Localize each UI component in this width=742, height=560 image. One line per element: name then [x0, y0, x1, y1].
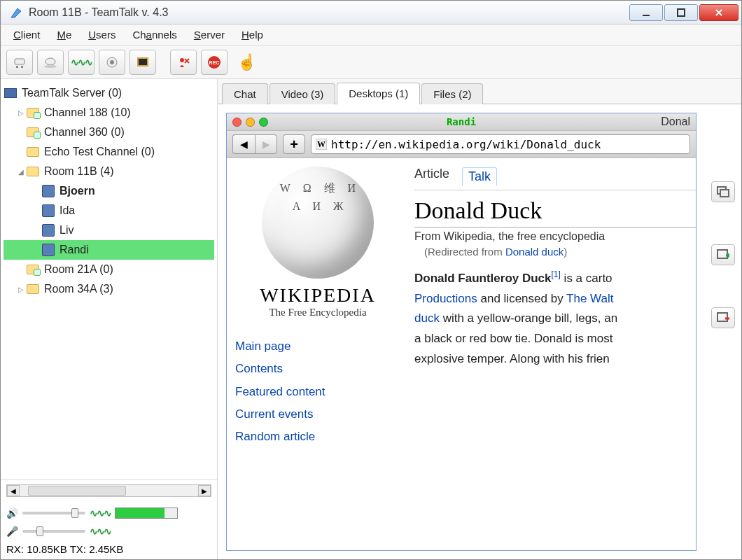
- wiki-article: Article Talk Donald Duck From Wikipedia,…: [409, 158, 696, 550]
- browser-forward-button[interactable]: ▶: [255, 134, 277, 154]
- wave-icon: ∿∿∿: [90, 507, 111, 519]
- tree-channel[interactable]: Channel 360 (0): [4, 122, 214, 142]
- article-title: Donald Duck: [414, 197, 696, 227]
- wiki-nav-link[interactable]: Main page: [235, 335, 400, 358]
- mac-close-icon[interactable]: [232, 118, 241, 127]
- folder-icon: [26, 126, 40, 139]
- tree-channel-open[interactable]: ◢ Room 11B (4): [4, 162, 214, 181]
- tab-content: Randi Donal ◀ ▶ + W http://en.wikiped: [218, 104, 741, 559]
- user-icon: [41, 244, 55, 256]
- popout-button[interactable]: [711, 181, 735, 202]
- mac-zoom-icon[interactable]: [259, 118, 268, 127]
- wiki-tabs: Article Talk: [414, 167, 696, 190]
- left-panel: TeamTalk Server (0) ▷ Channel 188 (10) C…: [1, 79, 218, 559]
- server-icon: [4, 87, 18, 99]
- browser-add-button[interactable]: +: [283, 134, 305, 154]
- folder-icon: [26, 106, 40, 119]
- tab-desktops[interactable]: Desktops (1): [337, 83, 420, 104]
- mac-minimize-icon[interactable]: [246, 118, 255, 127]
- user-icon: [41, 185, 55, 197]
- svg-rect-15: [718, 250, 727, 258]
- titlebar: Room 11B - TeamTalk v. 4.3: [1, 1, 741, 24]
- browser-url-field[interactable]: W http://en.wikipedia.org/wiki/Donald_du…: [311, 134, 690, 154]
- blackboard-button[interactable]: [130, 50, 156, 75]
- app-icon: [9, 6, 23, 20]
- mic-slider[interactable]: [22, 530, 85, 533]
- webcam-button[interactable]: [37, 50, 64, 75]
- wiki-nav-link[interactable]: Current events: [235, 403, 400, 426]
- tree-user[interactable]: Bjoern: [4, 181, 214, 201]
- svg-rect-14: [720, 190, 729, 197]
- expand-icon[interactable]: ▷: [16, 109, 26, 117]
- tree-channel[interactable]: Echo Test Channel (0): [4, 142, 214, 162]
- wiki-nav-link[interactable]: Featured content: [235, 381, 400, 403]
- wiki-nav-link[interactable]: Contents: [235, 358, 400, 380]
- redirect-link[interactable]: Donald duck: [505, 246, 564, 258]
- menu-help[interactable]: Help: [234, 26, 270, 43]
- scroll-thumb[interactable]: [28, 486, 126, 496]
- volume-slider[interactable]: [22, 512, 85, 514]
- speaker-icon: 🔊: [6, 507, 18, 519]
- wiki-link[interactable]: duck: [414, 312, 440, 325]
- camera-button[interactable]: [99, 50, 125, 75]
- tree-server-root[interactable]: TeamTalk Server (0): [4, 83, 214, 103]
- tab-chat[interactable]: Chat: [222, 83, 268, 104]
- collapse-icon[interactable]: ◢: [16, 168, 26, 176]
- add-desktop-button[interactable]: [711, 244, 735, 265]
- article-redirect: (Redirected from Donald duck): [424, 246, 696, 258]
- shared-desktop-window[interactable]: Randi Donal ◀ ▶ + W http://en.wikiped: [226, 113, 696, 551]
- window-title: Room 11B - TeamTalk v. 4.3: [29, 6, 629, 19]
- svg-point-5: [46, 58, 55, 65]
- desktop-side-buttons: [705, 104, 741, 559]
- tree-channel[interactable]: ▷ Channel 188 (10): [4, 103, 214, 122]
- mic-icon: 🎤: [6, 526, 18, 537]
- svg-point-8: [110, 60, 114, 64]
- left-bottom-controls: ◀ ▶ 🔊 ∿∿∿ 🎤 ∿∿∿ RX: 10.85KB TX: 2.45KB: [1, 479, 217, 559]
- tree-channel[interactable]: Room 21A (0): [4, 260, 214, 279]
- close-button[interactable]: [699, 4, 738, 21]
- pointer-icon[interactable]: ☝️: [237, 53, 256, 71]
- svg-rect-1: [678, 9, 685, 16]
- record-button[interactable]: REC: [201, 50, 227, 75]
- maximize-button[interactable]: [664, 4, 698, 21]
- menu-client[interactable]: Client: [6, 26, 47, 43]
- tab-video[interactable]: Video (3): [270, 83, 336, 104]
- wiki-nav: Main page Contents Featured content Curr…: [235, 335, 400, 448]
- scroll-left-icon[interactable]: ◀: [7, 485, 20, 496]
- shared-doc-title: Donal: [661, 115, 690, 128]
- sound-button[interactable]: ∿∿∿: [68, 50, 94, 75]
- menu-users[interactable]: Users: [81, 26, 122, 43]
- wiki-link[interactable]: Productions: [414, 292, 477, 305]
- tree-hscrollbar[interactable]: ◀ ▶: [6, 484, 211, 497]
- channel-tree[interactable]: TeamTalk Server (0) ▷ Channel 188 (10) C…: [1, 79, 217, 479]
- menubar: Client Me Users Channels Server Help: [1, 24, 741, 46]
- tree-user-selected[interactable]: Randi: [4, 240, 214, 260]
- app-window: Room 11B - TeamTalk v. 4.3 Client Me Use…: [0, 0, 742, 560]
- browser-back-button[interactable]: ◀: [232, 134, 255, 154]
- wiki-tab-talk[interactable]: Talk: [462, 167, 497, 186]
- svg-rect-2: [15, 59, 24, 64]
- wave-icon: ∿∿∿: [90, 526, 111, 537]
- menu-me[interactable]: Me: [50, 26, 78, 43]
- right-panel: Chat Video (3) Desktops (1) Files (2): [218, 79, 741, 559]
- wiki-nav-link[interactable]: Random article: [235, 426, 400, 448]
- folder-icon: [26, 263, 40, 276]
- menu-channels[interactable]: Channels: [125, 26, 183, 43]
- tree-user[interactable]: Ida: [4, 201, 214, 220]
- wiki-globe-icon: [262, 167, 374, 279]
- remove-desktop-button[interactable]: [711, 307, 735, 328]
- wiki-link[interactable]: The Walt: [566, 292, 613, 305]
- tree-channel[interactable]: ▷ Room 34A (3): [4, 279, 214, 299]
- tree-user[interactable]: Liv: [4, 220, 214, 240]
- wiki-logo[interactable]: WIKIPEDIA The Free Encyclopedia: [235, 167, 400, 318]
- minimize-button[interactable]: [629, 4, 663, 21]
- folder-open-icon: [26, 165, 40, 178]
- svg-point-6: [44, 65, 57, 68]
- kick-button[interactable]: [170, 50, 197, 75]
- expand-icon[interactable]: ▷: [16, 286, 26, 293]
- menu-server[interactable]: Server: [187, 26, 232, 43]
- tab-files[interactable]: Files (2): [421, 83, 483, 104]
- wiki-tab-article[interactable]: Article: [414, 167, 449, 186]
- connect-button[interactable]: [6, 50, 33, 75]
- scroll-right-icon[interactable]: ▶: [198, 485, 211, 496]
